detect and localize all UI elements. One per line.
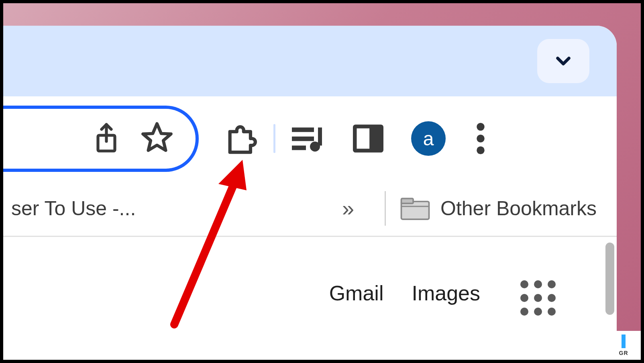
profile-letter: a [423, 128, 434, 150]
profile-avatar: a [411, 121, 446, 156]
profile-button[interactable]: a [398, 114, 459, 163]
screenshot-frame: a ser To Use -... » [0, 0, 644, 363]
side-panel-button[interactable] [338, 114, 398, 163]
kebab-menu-icon [477, 123, 485, 154]
scrollbar-thumb[interactable] [605, 243, 614, 315]
star-icon [140, 121, 174, 155]
svg-rect-4 [292, 137, 314, 141]
svg-rect-7 [318, 128, 322, 146]
watermark: GR [606, 331, 641, 360]
chevron-down-icon [552, 50, 575, 72]
media-control-button[interactable] [278, 114, 338, 163]
chrome-menu-button[interactable] [459, 114, 503, 163]
side-panel-icon [353, 124, 383, 153]
bookmarks-separator [385, 191, 386, 226]
browser-toolbar: a [3, 96, 617, 181]
svg-point-10 [477, 123, 485, 131]
google-apps-button[interactable] [520, 280, 556, 316]
apps-grid-dot [520, 280, 528, 288]
share-icon [92, 121, 121, 155]
watermark-text: GR [619, 350, 628, 356]
puzzle-piece-icon [224, 122, 257, 155]
svg-rect-3 [292, 128, 314, 132]
watermark-bar [622, 334, 626, 348]
address-bar-fragment[interactable] [3, 106, 199, 172]
gmail-link[interactable]: Gmail [329, 281, 384, 305]
toolbar-separator [273, 124, 275, 153]
other-bookmarks-label: Other Bookmarks [440, 197, 597, 220]
svg-marker-2 [143, 124, 171, 151]
tab-search-dropdown[interactable] [537, 39, 589, 83]
toolbar-actions: a [211, 114, 503, 163]
share-button[interactable] [92, 121, 121, 156]
browser-window: a ser To Use -... » [3, 26, 617, 360]
svg-rect-9 [357, 128, 370, 149]
bookmark-star-button[interactable] [140, 121, 174, 156]
svg-rect-5 [292, 146, 306, 150]
bookmark-item-truncated[interactable]: ser To Use -... [11, 197, 136, 220]
images-link[interactable]: Images [412, 281, 480, 305]
extensions-button[interactable] [211, 114, 271, 163]
music-queue-icon [292, 125, 324, 152]
tab-strip [3, 26, 617, 96]
svg-point-11 [477, 135, 485, 143]
google-header-links: Gmail Images [329, 281, 480, 305]
other-bookmarks-button[interactable]: Other Bookmarks [400, 196, 609, 220]
page-content: Gmail Images [3, 237, 617, 341]
svg-rect-14 [401, 198, 413, 203]
vertical-scrollbar[interactable] [603, 243, 617, 331]
svg-point-12 [477, 147, 485, 155]
bookmarks-bar: ser To Use -... » Other Bookmarks [3, 181, 617, 237]
folder-icon [400, 196, 430, 220]
bookmarks-overflow-button[interactable]: » [326, 196, 370, 221]
